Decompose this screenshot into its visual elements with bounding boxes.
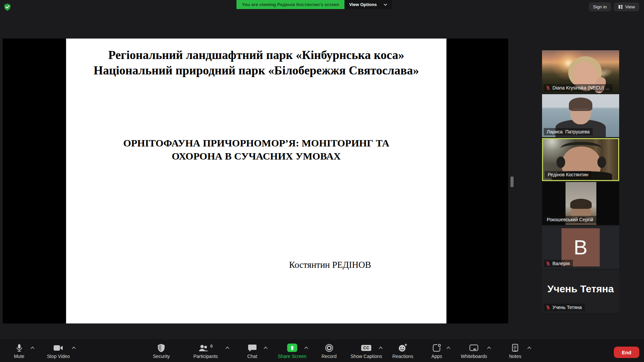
participant-name: Diana Krysinska (NECU) ... — [552, 85, 609, 90]
apps-options-chevron-icon[interactable] — [446, 346, 451, 349]
participant-name: Редінов Костянтин — [548, 172, 588, 177]
slide-heading-line2: ОХОРОНА В СУЧАСНИХ УМОВАХ — [66, 149, 446, 163]
viewing-banner: You are viewing Редінов Костянтин's scre… — [236, 0, 344, 9]
captions-options-chevron-icon[interactable] — [379, 346, 383, 349]
presentation-slide: Регіональний ландшафтний парк «Кінбурнсь… — [66, 39, 446, 323]
apps-icon — [432, 344, 441, 352]
slide-title: Регіональний ландшафтний парк «Кінбурнсь… — [66, 47, 446, 78]
mic-muted-icon — [546, 85, 550, 90]
view-label: View — [625, 4, 635, 9]
view-layout-icon — [618, 5, 623, 9]
show-captions-button[interactable]: CC Show Captions — [351, 342, 382, 359]
participants-label: Participants — [193, 354, 218, 359]
participant-name: Лариса Патрушева — [547, 129, 590, 134]
participant-name: Учень Тетяна — [552, 305, 582, 310]
record-label: Record — [321, 354, 336, 359]
camera-icon — [53, 344, 63, 352]
captions-cc-icon: CC — [361, 345, 371, 351]
mic-muted-icon — [546, 261, 550, 266]
participant-tile-uchen-tetiana[interactable]: Учень Тетяна Учень Тетяна — [542, 270, 619, 313]
participant-nameplate: Учень Тетяна — [544, 304, 585, 311]
chat-label: Chat — [247, 354, 257, 359]
share-screen-button[interactable]: Share Screen — [278, 342, 307, 359]
notes-label: Notes — [509, 354, 522, 359]
mute-options-chevron-icon[interactable] — [31, 346, 35, 349]
reactions-smiley-icon — [398, 344, 408, 352]
apps-button[interactable]: Apps — [431, 342, 442, 359]
shield-icon — [157, 344, 165, 352]
share-screen-label: Share Screen — [278, 354, 307, 359]
apps-label: Apps — [431, 354, 442, 359]
slide-title-line2: Національний природний парк «Білобережжя… — [66, 63, 446, 78]
notes-button[interactable]: Notes — [509, 342, 522, 359]
end-meeting-button[interactable]: End — [614, 347, 639, 358]
participant-display-name: Учень Тетяна — [547, 283, 614, 295]
participant-tile-redinov-active-speaker[interactable]: Редінов Костянтин — [542, 138, 619, 181]
share-options-chevron-icon[interactable] — [304, 346, 309, 349]
participant-name: Рокошевський Сергій — [547, 217, 593, 222]
view-options-label: View Options — [349, 2, 377, 7]
participants-button[interactable]: 6 Participants — [193, 342, 218, 359]
slide-author: Костянтин РЕДІНОВ — [66, 260, 446, 270]
whiteboards-button[interactable]: Whiteboards — [461, 342, 487, 359]
microphone-icon — [15, 344, 23, 352]
meeting-toolbar: Mute Stop Video Security 6 Participan — [0, 339, 644, 362]
show-captions-label: Show Captions — [351, 354, 382, 359]
slide-heading: ОРНІТОФАУНА ПРИЧОРНОМОР’Я: МОНІТОРИНГ ТА… — [66, 136, 446, 163]
view-button[interactable]: View — [614, 2, 639, 11]
mic-muted-icon — [546, 305, 550, 310]
participants-icon — [199, 344, 209, 352]
chat-options-chevron-icon[interactable] — [264, 346, 268, 349]
participant-tile-valeriia[interactable]: B Валерія — [542, 226, 619, 269]
stop-video-label: Stop Video — [47, 354, 70, 359]
top-bar: You are viewing Редінов Костянтин's scre… — [0, 0, 644, 13]
slide-heading-line1: ОРНІТОФАУНА ПРИЧОРНОМОР’Я: МОНІТОРИНГ ТА — [66, 136, 446, 149]
panel-resize-handle[interactable] — [511, 177, 513, 187]
security-label: Security — [153, 354, 170, 359]
chat-bubble-icon — [248, 344, 257, 352]
notes-icon — [511, 344, 519, 352]
whiteboard-icon — [469, 344, 479, 352]
shared-screen-area: Регіональний ландшафтний парк «Кінбурнсь… — [3, 39, 508, 323]
stop-video-button[interactable]: Stop Video — [47, 342, 70, 359]
whiteboards-label: Whiteboards — [461, 354, 487, 359]
notes-options-chevron-icon[interactable] — [527, 346, 532, 349]
participants-options-chevron-icon[interactable] — [225, 346, 230, 349]
record-icon — [325, 344, 333, 352]
reactions-button[interactable]: Reactions — [392, 342, 413, 359]
whiteboards-options-chevron-icon[interactable] — [487, 346, 491, 349]
sign-in-button[interactable]: Sign in — [589, 2, 611, 11]
screen-share-banner-group: You are viewing Редінов Костянтин's scre… — [236, 0, 392, 9]
participants-panel: Diana Krysinska (NECU) ... Лариса Патруш… — [542, 50, 619, 314]
chevron-down-icon — [383, 3, 387, 6]
chat-button[interactable]: Chat — [247, 342, 257, 359]
participant-nameplate: Редінов Костянтин — [545, 171, 591, 178]
slide-title-line1: Регіональний ландшафтний парк «Кінбурнсь… — [66, 47, 446, 63]
security-button[interactable]: Security — [153, 342, 170, 359]
end-label: End — [622, 350, 631, 355]
avatar-letter: B — [574, 237, 587, 258]
participant-tile-rokoshevskyi[interactable]: Рокошевський Сергій — [542, 182, 619, 225]
sign-in-label: Sign in — [593, 4, 607, 9]
participant-tile-diana[interactable]: Diana Krysinska (NECU) ... — [542, 50, 619, 93]
view-options-button[interactable]: View Options — [344, 0, 392, 9]
record-button[interactable]: Record — [321, 342, 336, 359]
video-options-chevron-icon[interactable] — [72, 346, 76, 349]
participant-nameplate: Diana Krysinska (NECU) ... — [544, 84, 612, 92]
reactions-label: Reactions — [392, 354, 413, 359]
participant-name: Валерія — [552, 261, 570, 266]
mute-label: Mute — [14, 354, 24, 359]
top-right-controls: Sign in View — [589, 2, 639, 11]
encryption-shield-icon[interactable] — [3, 3, 11, 11]
participant-nameplate: Рокошевський Сергій — [544, 216, 596, 223]
share-screen-icon — [287, 344, 297, 352]
mute-button[interactable]: Mute — [14, 342, 24, 359]
participant-nameplate: Валерія — [544, 260, 573, 267]
participants-count-badge: 6 — [210, 344, 213, 349]
participant-nameplate: Лариса Патрушева — [544, 128, 593, 135]
participant-tile-larysa[interactable]: Лариса Патрушева — [542, 94, 619, 137]
